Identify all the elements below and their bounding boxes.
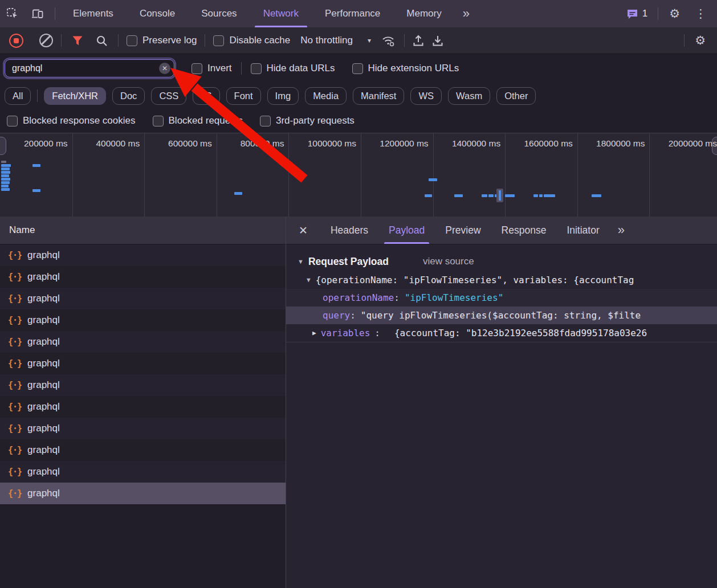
pill-css[interactable]: CSS xyxy=(151,87,186,105)
pill-media[interactable]: Media xyxy=(305,87,347,105)
request-bar[interactable] xyxy=(425,194,432,197)
request-bar[interactable] xyxy=(1,168,10,170)
hide-extension-urls-checkbox[interactable]: Hide extension URLs xyxy=(352,63,459,74)
pill-manifest[interactable]: Manifest xyxy=(353,87,404,105)
request-bar[interactable] xyxy=(1,174,9,177)
pill-fetch-xhr[interactable]: Fetch/XHR xyxy=(44,87,106,105)
request-name: graphql xyxy=(27,444,60,456)
blocked-cookies-checkbox[interactable]: Blocked response cookies xyxy=(7,115,136,126)
table-row[interactable]: {·}graphql xyxy=(0,483,286,504)
message-bubble-icon xyxy=(626,9,638,19)
close-details-icon[interactable]: ✕ xyxy=(286,224,320,237)
network-conditions-icon[interactable] xyxy=(381,34,396,47)
payload-row-query[interactable]: query: "query ipFlowTimeseries($accountT… xyxy=(286,307,717,324)
table-row[interactable]: {·}graphql xyxy=(0,461,286,483)
request-bar[interactable] xyxy=(544,194,555,197)
tab-sources[interactable]: Sources xyxy=(188,0,250,27)
settings-gear-icon[interactable]: ⚙ xyxy=(662,0,687,27)
request-bar[interactable] xyxy=(488,194,494,197)
table-row[interactable]: {·}graphql xyxy=(0,309,286,331)
preserve-log-checkbox[interactable]: Preserve log xyxy=(127,35,197,46)
request-bar[interactable] xyxy=(533,194,538,197)
selected-request-marker[interactable] xyxy=(496,189,503,202)
pill-all[interactable]: All xyxy=(5,87,31,105)
more-tabs-icon[interactable]: » xyxy=(455,6,476,21)
table-row[interactable]: {·}graphql xyxy=(0,331,286,353)
request-bar[interactable] xyxy=(1,188,10,191)
more-detail-tabs-icon[interactable]: » xyxy=(610,223,632,238)
pill-font[interactable]: Font xyxy=(226,87,261,105)
invert-checkbox[interactable]: Invert xyxy=(192,63,232,74)
tab-performance[interactable]: Performance xyxy=(312,0,393,27)
tab-elements[interactable]: Elements xyxy=(60,0,127,27)
payload-root-line[interactable]: ▼ {operationName: "ipFlowTimeseries", va… xyxy=(286,271,717,289)
tab-network[interactable]: Network xyxy=(250,0,312,27)
request-bar[interactable] xyxy=(1,164,11,167)
third-party-requests-checkbox[interactable]: 3rd-party requests xyxy=(260,115,355,126)
request-bar[interactable] xyxy=(505,194,515,197)
clear-filter-icon[interactable]: ✕ xyxy=(159,63,170,74)
payload-row-operationName[interactable]: operationName: "ipFlowTimeseries" xyxy=(286,289,717,307)
pill-doc[interactable]: Doc xyxy=(112,87,145,105)
device-toolbar-icon[interactable] xyxy=(25,0,50,27)
pill-js[interactable]: JS xyxy=(193,87,219,105)
request-bar[interactable] xyxy=(539,194,543,197)
request-bar[interactable] xyxy=(454,194,463,197)
checkbox-icon xyxy=(260,116,271,126)
import-har-icon[interactable] xyxy=(413,35,424,47)
network-main-split: Name {·}graphql{·}graphql{·}graphql{·}gr… xyxy=(0,217,717,588)
inspect-element-icon[interactable] xyxy=(0,0,25,27)
export-har-icon[interactable] xyxy=(432,35,443,47)
detail-tab-headers[interactable]: Headers xyxy=(320,217,378,244)
detail-tab-initiator[interactable]: Initiator xyxy=(556,217,609,244)
pill-img[interactable]: Img xyxy=(267,87,299,105)
filter-input[interactable] xyxy=(5,59,174,77)
detail-tab-response[interactable]: Response xyxy=(491,217,557,244)
name-column-header[interactable]: Name xyxy=(0,217,286,244)
request-bar[interactable] xyxy=(1,161,6,163)
overview-tick-label: 2000000 ms xyxy=(650,138,717,149)
table-row[interactable]: {·}graphql xyxy=(0,418,286,439)
network-settings-gear-icon[interactable]: ⚙ xyxy=(692,34,708,47)
kebab-menu-icon[interactable]: ⋮ xyxy=(687,0,717,27)
pill-ws[interactable]: WS xyxy=(410,87,442,105)
hide-data-urls-checkbox[interactable]: Hide data URLs xyxy=(251,63,335,74)
request-payload-section[interactable]: ▼ Request Payload view source xyxy=(286,252,717,271)
pill-wasm[interactable]: Wasm xyxy=(448,87,490,105)
filter-input-wrap: ✕ xyxy=(5,59,174,77)
request-bar[interactable] xyxy=(32,164,40,167)
filter-toggle-icon[interactable] xyxy=(72,35,83,46)
payload-row-variables[interactable]: ▶ variables: {accountTag: "b12e3b2192ee5… xyxy=(286,324,717,342)
tab-memory[interactable]: Memory xyxy=(393,0,454,27)
overview-panel[interactable]: 200000 ms400000 ms600000 ms800000 ms1000… xyxy=(0,133,717,218)
record-button[interactable] xyxy=(9,34,23,48)
throttling-select[interactable]: No throttling ▾ xyxy=(298,35,373,46)
blocked-requests-checkbox[interactable]: Blocked requests xyxy=(153,115,243,126)
request-bar[interactable] xyxy=(482,194,487,197)
table-row[interactable]: {·}graphql xyxy=(0,396,286,418)
tab-console[interactable]: Console xyxy=(127,0,188,27)
search-icon[interactable] xyxy=(96,35,108,47)
request-bar[interactable] xyxy=(429,178,437,181)
request-bar[interactable] xyxy=(234,192,242,195)
table-row[interactable]: {·}graphql xyxy=(0,288,286,309)
detail-tab-payload[interactable]: Payload xyxy=(378,217,435,244)
table-row[interactable]: {·}graphql xyxy=(0,244,286,266)
view-source-link[interactable]: view source xyxy=(423,256,474,267)
table-row[interactable]: {·}graphql xyxy=(0,374,286,396)
table-row[interactable]: {·}graphql xyxy=(0,439,286,461)
pill-other[interactable]: Other xyxy=(496,87,536,105)
request-bar[interactable] xyxy=(32,189,40,192)
request-bar[interactable] xyxy=(592,194,601,197)
table-row[interactable]: {·}graphql xyxy=(0,353,286,374)
clear-network-log-icon[interactable] xyxy=(39,34,53,47)
issues-counter[interactable]: 1 xyxy=(620,8,654,19)
request-bar[interactable] xyxy=(1,185,9,187)
overview-tick-label: 1600000 ms xyxy=(506,138,573,149)
detail-tab-preview[interactable]: Preview xyxy=(435,217,491,244)
table-row[interactable]: {·}graphql xyxy=(0,266,286,288)
request-bar[interactable] xyxy=(1,171,10,174)
request-bar[interactable] xyxy=(1,178,10,181)
request-bar[interactable] xyxy=(1,181,10,184)
disable-cache-checkbox[interactable]: Disable cache xyxy=(213,35,290,46)
